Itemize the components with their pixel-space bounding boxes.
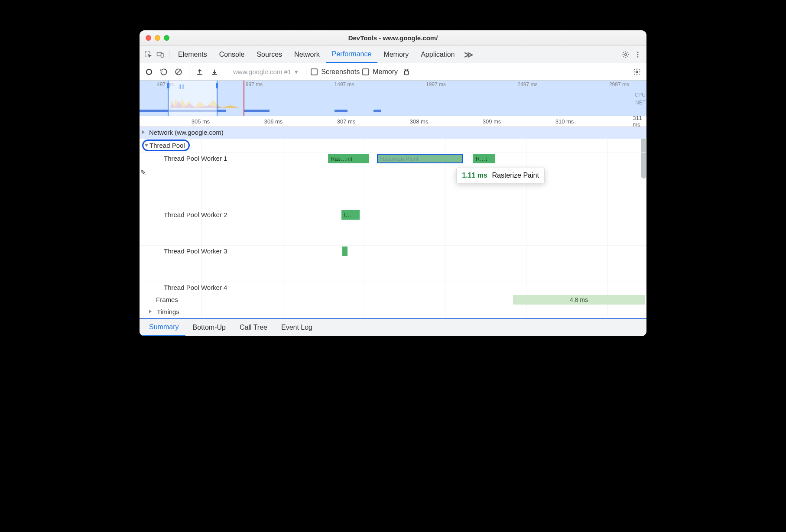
flame-chart[interactable]: Network (ww.google.com) Thread Pool ✎ Th… bbox=[140, 127, 646, 318]
titlebar: DevTools - www.google.com/ bbox=[140, 30, 646, 46]
chevron-right-icon bbox=[149, 310, 152, 313]
tab-sources[interactable]: Sources bbox=[250, 46, 288, 63]
kebab-menu-icon[interactable] bbox=[632, 51, 644, 58]
profile-name: www.google.com #1 bbox=[233, 68, 291, 75]
frame-bar[interactable]: 4.8 ms bbox=[513, 295, 645, 305]
worker-3-label: Thread Pool Worker 3 bbox=[164, 247, 227, 255]
svg-point-3 bbox=[625, 53, 627, 55]
worker-3-row[interactable]: Thread Pool Worker 3 bbox=[140, 245, 646, 282]
selection-handles-icon[interactable]: |||| bbox=[179, 84, 185, 89]
btab-event-log[interactable]: Event Log bbox=[274, 319, 319, 336]
perf-toolbar: www.google.com #1 ▾ Screenshots Memory bbox=[140, 63, 646, 81]
worker-4-label: Thread Pool Worker 4 bbox=[164, 284, 227, 291]
settings-gear-icon[interactable] bbox=[620, 51, 632, 58]
tab-network[interactable]: Network bbox=[288, 46, 326, 63]
tab-application[interactable]: Application bbox=[415, 46, 461, 63]
worker-1-label: Thread Pool Worker 1 bbox=[164, 155, 227, 162]
timings-label: Timings bbox=[157, 308, 179, 315]
worker-1-row[interactable]: ✎ Thread Pool Worker 1 Ras…int Rasterize… bbox=[140, 152, 646, 209]
frames-track[interactable]: Frames 4.8 ms bbox=[140, 294, 646, 306]
upload-profile-button[interactable] bbox=[194, 66, 206, 78]
worker-2-row[interactable]: Thread Pool Worker 2 I… bbox=[140, 209, 646, 245]
garbage-collect-button[interactable] bbox=[400, 66, 412, 78]
tab-console[interactable]: Console bbox=[213, 46, 251, 63]
worker-4-row[interactable]: Thread Pool Worker 4 bbox=[140, 282, 646, 294]
worker-2-label: Thread Pool Worker 2 bbox=[164, 211, 227, 218]
screenshots-checkbox[interactable]: Screenshots bbox=[311, 68, 360, 76]
task-rasterize-paint-selected[interactable]: Rasterize Paint bbox=[377, 154, 463, 163]
svg-point-5 bbox=[637, 54, 639, 55]
task-tooltip: 1.11 ms Rasterize Paint bbox=[456, 168, 545, 183]
tab-elements[interactable]: Elements bbox=[172, 46, 213, 63]
task-rasterize-paint-3[interactable]: R…t bbox=[473, 154, 495, 163]
record-button[interactable] bbox=[143, 66, 155, 78]
tooltip-duration: 1.11 ms bbox=[462, 172, 487, 179]
timings-track-header[interactable]: Timings bbox=[140, 306, 646, 318]
btab-call-tree[interactable]: Call Tree bbox=[233, 319, 274, 336]
frames-label: Frames bbox=[156, 296, 178, 303]
tab-memory[interactable]: Memory bbox=[377, 46, 415, 63]
overview-marker bbox=[244, 81, 244, 116]
edit-track-icon[interactable]: ✎ bbox=[140, 169, 146, 177]
network-track-label: Network (ww.google.com) bbox=[149, 129, 224, 136]
clear-button[interactable] bbox=[172, 66, 185, 78]
overview-selection[interactable] bbox=[168, 81, 218, 116]
svg-rect-2 bbox=[161, 53, 163, 57]
profile-selector[interactable]: www.google.com #1 ▾ bbox=[230, 67, 302, 77]
chevron-down-icon: ▾ bbox=[295, 68, 298, 76]
memory-checkbox[interactable]: Memory bbox=[362, 68, 398, 76]
svg-point-6 bbox=[637, 56, 639, 57]
task-tiny[interactable] bbox=[342, 247, 348, 256]
svg-point-4 bbox=[637, 52, 639, 53]
time-ruler[interactable]: 305 ms 306 ms 307 ms 308 ms 309 ms 310 m… bbox=[140, 116, 646, 127]
capture-settings-gear-icon[interactable] bbox=[631, 66, 643, 78]
btab-bottom-up[interactable]: Bottom-Up bbox=[185, 319, 232, 336]
tooltip-name: Rasterize Paint bbox=[492, 172, 539, 179]
devtools-window: DevTools - www.google.com/ Elements Cons… bbox=[140, 30, 646, 336]
task-rasterize-paint-1[interactable]: Ras…int bbox=[328, 154, 369, 163]
tabs-overflow-button[interactable]: ≫ bbox=[461, 49, 477, 60]
device-toolbar-icon[interactable] bbox=[154, 51, 166, 58]
tab-performance[interactable]: Performance bbox=[326, 46, 378, 63]
threadpool-highlight-ring: Thread Pool bbox=[142, 139, 190, 151]
reload-record-button[interactable] bbox=[158, 66, 170, 78]
network-track-header[interactable]: Network (ww.google.com) bbox=[140, 127, 646, 139]
overview-side-labels: CPU NET bbox=[635, 91, 646, 107]
chevron-right-icon bbox=[142, 130, 145, 134]
chevron-down-icon bbox=[145, 144, 148, 147]
inspect-element-icon[interactable] bbox=[142, 51, 154, 58]
panel-tabs: Elements Console Sources Network Perform… bbox=[140, 46, 646, 63]
svg-point-8 bbox=[636, 71, 638, 73]
btab-summary[interactable]: Summary bbox=[142, 319, 185, 336]
threadpool-label: Thread Pool bbox=[149, 142, 185, 149]
window-title: DevTools - www.google.com/ bbox=[140, 34, 646, 42]
details-tabs: Summary Bottom-Up Call Tree Event Log bbox=[140, 318, 646, 336]
timeline-overview[interactable]: 497 ms 997 ms 1497 ms 1997 ms 2497 ms 29… bbox=[140, 81, 646, 116]
download-profile-button[interactable] bbox=[208, 66, 221, 78]
threadpool-track-header[interactable]: Thread Pool bbox=[140, 139, 646, 152]
task-image-decode[interactable]: I… bbox=[341, 210, 360, 220]
